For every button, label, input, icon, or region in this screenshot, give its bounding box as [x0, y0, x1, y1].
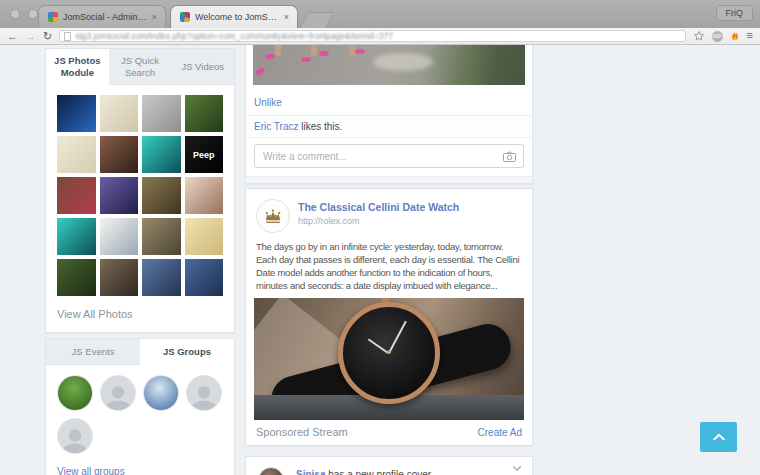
reload-button[interactable]: ↻ [43, 31, 52, 42]
toilet-photo[interactable] [142, 95, 181, 132]
peep-tile[interactable]: Peep [185, 136, 224, 173]
tab-js-quick-search[interactable]: JS Quick Search [109, 49, 172, 85]
groups-module-tabs: JS EventsJS Groups [46, 339, 234, 365]
comment-input[interactable] [254, 144, 524, 168]
chevron-up-icon [713, 433, 725, 441]
browser-tabs: JomSocial - Administration×Welcome to Jo… [38, 5, 330, 28]
author-link[interactable]: Sinisa [296, 469, 325, 475]
tab-js-photos-module[interactable]: JS Photos Module [46, 49, 109, 85]
city-skyline-photo[interactable] [100, 177, 139, 214]
chrome-profile-chip[interactable]: FriQ [716, 5, 754, 21]
back-button[interactable]: ← [7, 31, 18, 42]
scroll-to-top-button[interactable] [700, 422, 737, 452]
bookmark-star-icon[interactable] [693, 30, 705, 42]
tab-favicon [180, 12, 190, 22]
forward-button: → [25, 31, 36, 42]
sponsored-body-text: The days go by in an infinite cycle: yes… [254, 233, 524, 298]
camera-icon[interactable] [503, 151, 516, 162]
crown-icon [263, 208, 283, 224]
photo-grid: Peep [46, 85, 234, 296]
teal-art-photo[interactable] [57, 218, 96, 255]
sponsored-url: http://rolex.com [298, 216, 459, 226]
tab-js-groups[interactable]: JS Groups [140, 339, 234, 365]
sponsored-header: The Classical Cellini Date Watch http://… [254, 197, 524, 233]
comic-strip-photo[interactable] [57, 136, 96, 173]
likes-row: Eric Tracz likes this. [246, 115, 532, 137]
view-all-groups-link[interactable]: View all groups [46, 454, 234, 475]
hair-art-blue-photo[interactable] [185, 259, 224, 296]
tab-title: Welcome to JomSocial's C [195, 12, 279, 22]
photos-module-tabs: JS Photos ModuleJS Quick SearchJS Videos [46, 49, 234, 85]
chevron-down-icon[interactable] [512, 465, 522, 472]
profile-cover-post: Sinisa has a new profile cover. 6 months… [245, 456, 533, 475]
blue-pill-photo[interactable] [57, 95, 96, 132]
avatar[interactable] [258, 467, 284, 475]
browser-chrome: JomSocial - Administration×Welcome to Jo… [0, 0, 760, 45]
crowd-art-photo[interactable] [142, 218, 181, 255]
comment-area [246, 137, 532, 176]
tab-js-videos[interactable]: JS Videos [171, 49, 234, 85]
tab-title: JomSocial - Administration [63, 12, 147, 22]
tab-favicon [48, 12, 58, 22]
woman-portrait-photo[interactable] [185, 177, 224, 214]
url-text: stg3.jomsocial.com/index.php?option=com_… [75, 31, 393, 41]
groups-module-card: JS EventsJS Groups View all groups [45, 338, 235, 475]
minimize-window-button[interactable] [28, 9, 38, 19]
sponsored-footer: Sponsored Stream Create Ad [254, 420, 524, 445]
browser-toolbar: ← → ↻ stg3.jomsocial.com/index.php?optio… [0, 28, 760, 45]
tab-close-icon[interactable]: × [152, 13, 157, 22]
watch-dial [338, 302, 440, 404]
chrome-menu-icon[interactable]: ≡ [747, 33, 753, 39]
page-icon [64, 32, 71, 41]
create-ad-link[interactable]: Create Ad [478, 427, 522, 438]
tab-strip: JomSocial - Administration×Welcome to Jo… [0, 0, 760, 28]
new-tab-button[interactable] [300, 12, 335, 28]
couple-photo[interactable] [100, 136, 139, 173]
page-content: JS Photos ModuleJS Quick SearchJS Videos… [0, 45, 760, 475]
group-avatar-photo[interactable] [57, 375, 93, 411]
group-avatars [46, 365, 234, 454]
rolex-crown-logo [256, 199, 290, 233]
post-action-text: has a new profile cover. [325, 469, 433, 475]
flame-extension-icon[interactable] [730, 30, 740, 42]
group-avatar-photo[interactable] [143, 375, 179, 411]
unlike-link[interactable]: Unlike [254, 97, 282, 108]
watch-ad-image[interactable] [254, 298, 524, 420]
group-avatar-placeholder[interactable] [57, 418, 93, 454]
address-bar[interactable]: stg3.jomsocial.com/index.php?option=com_… [59, 30, 685, 42]
sidebar: JS Photos ModuleJS Quick SearchJS Videos… [45, 48, 235, 475]
sponsored-stream-label: Sponsored Stream [256, 426, 348, 438]
adblock-extension-icon[interactable]: ABP [712, 31, 723, 42]
comic-strip-photo[interactable] [100, 95, 139, 132]
liker-link[interactable]: Eric Tracz [254, 121, 298, 132]
mosaic-face-photo[interactable] [142, 177, 181, 214]
sponsored-post: The Classical Cellini Date Watch http://… [245, 188, 533, 446]
view-all-photos-link[interactable]: View All Photos [46, 296, 234, 332]
likes-text: likes this. [298, 121, 342, 132]
group-avatar-placeholder[interactable] [186, 375, 222, 411]
post-footer-strip [246, 176, 532, 183]
stream-photo[interactable] [253, 45, 525, 85]
tab-close-icon[interactable]: × [284, 13, 289, 22]
stream-post-liked: Unlike Eric Tracz likes this. [245, 45, 533, 184]
silhouette-page-photo[interactable] [100, 218, 139, 255]
close-window-button[interactable] [10, 9, 20, 19]
browser-tab[interactable]: Welcome to JomSocial's C× [170, 5, 298, 28]
comic-figures-photo[interactable] [185, 218, 224, 255]
group-avatar-placeholder[interactable] [100, 375, 136, 411]
photos-module-card: JS Photos ModuleJS Quick SearchJS Videos… [45, 48, 235, 333]
man-portrait-photo[interactable] [185, 95, 224, 132]
activity-stream: Unlike Eric Tracz likes this. [245, 45, 533, 475]
post-actions: Unlike [246, 85, 532, 115]
hair-art-photo[interactable] [100, 259, 139, 296]
flag-face-photo[interactable] [57, 177, 96, 214]
browser-tab[interactable]: JomSocial - Administration× [38, 5, 166, 28]
teal-art-photo[interactable] [142, 136, 181, 173]
man-green-photo[interactable] [57, 259, 96, 296]
tab-js-events[interactable]: JS Events [46, 339, 140, 365]
sponsored-title-link[interactable]: The Classical Cellini Date Watch [298, 201, 459, 213]
barber-photo[interactable] [142, 259, 181, 296]
